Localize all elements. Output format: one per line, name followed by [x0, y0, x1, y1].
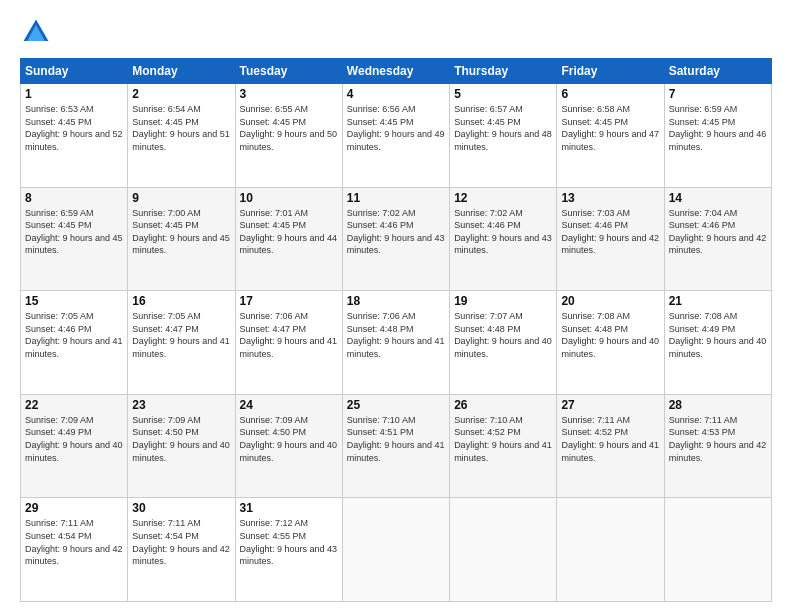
- day-number: 12: [454, 191, 552, 205]
- day-number: 13: [561, 191, 659, 205]
- day-detail: Sunrise: 7:02 AMSunset: 4:46 PMDaylight:…: [454, 207, 552, 257]
- day-number: 6: [561, 87, 659, 101]
- day-number: 16: [132, 294, 230, 308]
- day-detail: Sunrise: 7:09 AMSunset: 4:50 PMDaylight:…: [240, 414, 338, 464]
- calendar-cell: 31Sunrise: 7:12 AMSunset: 4:55 PMDayligh…: [235, 498, 342, 602]
- day-detail: Sunrise: 7:11 AMSunset: 4:54 PMDaylight:…: [25, 517, 123, 567]
- column-header-wednesday: Wednesday: [342, 59, 449, 84]
- calendar-cell: 2Sunrise: 6:54 AMSunset: 4:45 PMDaylight…: [128, 84, 235, 188]
- day-detail: Sunrise: 7:00 AMSunset: 4:45 PMDaylight:…: [132, 207, 230, 257]
- day-detail: Sunrise: 6:58 AMSunset: 4:45 PMDaylight:…: [561, 103, 659, 153]
- calendar-cell: 6Sunrise: 6:58 AMSunset: 4:45 PMDaylight…: [557, 84, 664, 188]
- day-detail: Sunrise: 7:07 AMSunset: 4:48 PMDaylight:…: [454, 310, 552, 360]
- calendar-cell: 23Sunrise: 7:09 AMSunset: 4:50 PMDayligh…: [128, 394, 235, 498]
- calendar-week-2: 8Sunrise: 6:59 AMSunset: 4:45 PMDaylight…: [21, 187, 772, 291]
- day-detail: Sunrise: 7:08 AMSunset: 4:48 PMDaylight:…: [561, 310, 659, 360]
- calendar-cell: 29Sunrise: 7:11 AMSunset: 4:54 PMDayligh…: [21, 498, 128, 602]
- day-detail: Sunrise: 6:53 AMSunset: 4:45 PMDaylight:…: [25, 103, 123, 153]
- day-number: 15: [25, 294, 123, 308]
- calendar-cell: 26Sunrise: 7:10 AMSunset: 4:52 PMDayligh…: [450, 394, 557, 498]
- day-number: 10: [240, 191, 338, 205]
- calendar-week-4: 22Sunrise: 7:09 AMSunset: 4:49 PMDayligh…: [21, 394, 772, 498]
- day-detail: Sunrise: 6:56 AMSunset: 4:45 PMDaylight:…: [347, 103, 445, 153]
- day-detail: Sunrise: 7:10 AMSunset: 4:51 PMDaylight:…: [347, 414, 445, 464]
- calendar-cell: 1Sunrise: 6:53 AMSunset: 4:45 PMDaylight…: [21, 84, 128, 188]
- calendar-cell: 16Sunrise: 7:05 AMSunset: 4:47 PMDayligh…: [128, 291, 235, 395]
- day-number: 14: [669, 191, 767, 205]
- day-number: 8: [25, 191, 123, 205]
- day-detail: Sunrise: 7:02 AMSunset: 4:46 PMDaylight:…: [347, 207, 445, 257]
- day-number: 2: [132, 87, 230, 101]
- day-number: 28: [669, 398, 767, 412]
- calendar: SundayMondayTuesdayWednesdayThursdayFrid…: [20, 58, 772, 602]
- column-header-monday: Monday: [128, 59, 235, 84]
- calendar-cell: 18Sunrise: 7:06 AMSunset: 4:48 PMDayligh…: [342, 291, 449, 395]
- day-detail: Sunrise: 7:11 AMSunset: 4:53 PMDaylight:…: [669, 414, 767, 464]
- column-header-saturday: Saturday: [664, 59, 771, 84]
- calendar-header-row: SundayMondayTuesdayWednesdayThursdayFrid…: [21, 59, 772, 84]
- day-number: 1: [25, 87, 123, 101]
- day-detail: Sunrise: 6:59 AMSunset: 4:45 PMDaylight:…: [25, 207, 123, 257]
- day-number: 3: [240, 87, 338, 101]
- day-number: 5: [454, 87, 552, 101]
- calendar-cell: 22Sunrise: 7:09 AMSunset: 4:49 PMDayligh…: [21, 394, 128, 498]
- logo: [20, 16, 56, 48]
- day-number: 26: [454, 398, 552, 412]
- calendar-cell: [450, 498, 557, 602]
- calendar-cell: 21Sunrise: 7:08 AMSunset: 4:49 PMDayligh…: [664, 291, 771, 395]
- column-header-thursday: Thursday: [450, 59, 557, 84]
- day-number: 18: [347, 294, 445, 308]
- day-number: 22: [25, 398, 123, 412]
- day-detail: Sunrise: 7:09 AMSunset: 4:49 PMDaylight:…: [25, 414, 123, 464]
- day-detail: Sunrise: 7:05 AMSunset: 4:47 PMDaylight:…: [132, 310, 230, 360]
- day-number: 21: [669, 294, 767, 308]
- calendar-cell: 14Sunrise: 7:04 AMSunset: 4:46 PMDayligh…: [664, 187, 771, 291]
- day-detail: Sunrise: 7:03 AMSunset: 4:46 PMDaylight:…: [561, 207, 659, 257]
- day-number: 4: [347, 87, 445, 101]
- day-number: 17: [240, 294, 338, 308]
- day-number: 24: [240, 398, 338, 412]
- column-header-sunday: Sunday: [21, 59, 128, 84]
- calendar-cell: 28Sunrise: 7:11 AMSunset: 4:53 PMDayligh…: [664, 394, 771, 498]
- day-detail: Sunrise: 7:08 AMSunset: 4:49 PMDaylight:…: [669, 310, 767, 360]
- day-detail: Sunrise: 6:59 AMSunset: 4:45 PMDaylight:…: [669, 103, 767, 153]
- day-detail: Sunrise: 7:11 AMSunset: 4:54 PMDaylight:…: [132, 517, 230, 567]
- column-header-friday: Friday: [557, 59, 664, 84]
- day-number: 19: [454, 294, 552, 308]
- day-detail: Sunrise: 6:55 AMSunset: 4:45 PMDaylight:…: [240, 103, 338, 153]
- day-number: 7: [669, 87, 767, 101]
- day-number: 29: [25, 501, 123, 515]
- day-number: 30: [132, 501, 230, 515]
- calendar-week-5: 29Sunrise: 7:11 AMSunset: 4:54 PMDayligh…: [21, 498, 772, 602]
- day-detail: Sunrise: 7:10 AMSunset: 4:52 PMDaylight:…: [454, 414, 552, 464]
- calendar-cell: 15Sunrise: 7:05 AMSunset: 4:46 PMDayligh…: [21, 291, 128, 395]
- day-detail: Sunrise: 7:12 AMSunset: 4:55 PMDaylight:…: [240, 517, 338, 567]
- calendar-week-1: 1Sunrise: 6:53 AMSunset: 4:45 PMDaylight…: [21, 84, 772, 188]
- calendar-cell: 9Sunrise: 7:00 AMSunset: 4:45 PMDaylight…: [128, 187, 235, 291]
- calendar-cell: 13Sunrise: 7:03 AMSunset: 4:46 PMDayligh…: [557, 187, 664, 291]
- calendar-cell: 19Sunrise: 7:07 AMSunset: 4:48 PMDayligh…: [450, 291, 557, 395]
- day-detail: Sunrise: 7:05 AMSunset: 4:46 PMDaylight:…: [25, 310, 123, 360]
- column-header-tuesday: Tuesday: [235, 59, 342, 84]
- calendar-cell: 4Sunrise: 6:56 AMSunset: 4:45 PMDaylight…: [342, 84, 449, 188]
- day-number: 27: [561, 398, 659, 412]
- day-number: 20: [561, 294, 659, 308]
- calendar-cell: 3Sunrise: 6:55 AMSunset: 4:45 PMDaylight…: [235, 84, 342, 188]
- day-detail: Sunrise: 6:57 AMSunset: 4:45 PMDaylight:…: [454, 103, 552, 153]
- day-detail: Sunrise: 6:54 AMSunset: 4:45 PMDaylight:…: [132, 103, 230, 153]
- day-detail: Sunrise: 7:06 AMSunset: 4:48 PMDaylight:…: [347, 310, 445, 360]
- calendar-cell: 12Sunrise: 7:02 AMSunset: 4:46 PMDayligh…: [450, 187, 557, 291]
- calendar-cell: 24Sunrise: 7:09 AMSunset: 4:50 PMDayligh…: [235, 394, 342, 498]
- calendar-cell: 25Sunrise: 7:10 AMSunset: 4:51 PMDayligh…: [342, 394, 449, 498]
- day-detail: Sunrise: 7:11 AMSunset: 4:52 PMDaylight:…: [561, 414, 659, 464]
- day-detail: Sunrise: 7:01 AMSunset: 4:45 PMDaylight:…: [240, 207, 338, 257]
- day-number: 11: [347, 191, 445, 205]
- calendar-cell: 17Sunrise: 7:06 AMSunset: 4:47 PMDayligh…: [235, 291, 342, 395]
- day-number: 25: [347, 398, 445, 412]
- calendar-cell: 5Sunrise: 6:57 AMSunset: 4:45 PMDaylight…: [450, 84, 557, 188]
- calendar-cell: 27Sunrise: 7:11 AMSunset: 4:52 PMDayligh…: [557, 394, 664, 498]
- header: [20, 16, 772, 48]
- calendar-cell: 20Sunrise: 7:08 AMSunset: 4:48 PMDayligh…: [557, 291, 664, 395]
- logo-icon: [20, 16, 52, 48]
- calendar-cell: 7Sunrise: 6:59 AMSunset: 4:45 PMDaylight…: [664, 84, 771, 188]
